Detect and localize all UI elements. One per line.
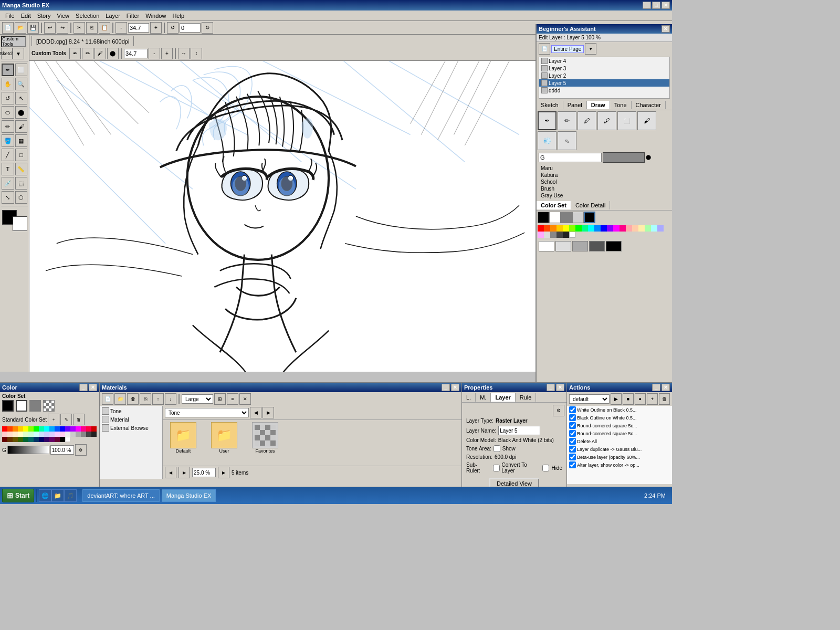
- action-check-7[interactable]: [569, 454, 576, 460]
- cg-sw43[interactable]: [34, 437, 39, 442]
- prop-tab-m[interactable]: M.: [476, 393, 491, 402]
- toolbar-copy[interactable]: ⎘: [86, 22, 98, 34]
- actions-close[interactable]: ✕: [662, 384, 670, 391]
- tool-select[interactable]: ↖: [15, 92, 28, 104]
- cg-sw13[interactable]: [65, 426, 70, 432]
- beginner-close[interactable]: ✕: [662, 25, 670, 33]
- materials-close[interactable]: ✕: [451, 384, 459, 391]
- cg-sw32[interactable]: [70, 432, 76, 437]
- menu-help[interactable]: Help: [169, 12, 187, 20]
- beginner-brush-input[interactable]: [539, 153, 602, 162]
- toolbar-new[interactable]: 📄: [2, 22, 14, 34]
- cg-sw21[interactable]: [13, 432, 18, 437]
- mat-back[interactable]: ◀: [250, 407, 261, 418]
- g-slider[interactable]: [7, 446, 49, 454]
- transparent-swatch[interactable]: [43, 400, 55, 412]
- toolbar-redo[interactable]: ↪: [57, 22, 68, 34]
- color-set-edit[interactable]: ✎: [60, 414, 72, 425]
- mat-nav-material[interactable]: Material: [101, 415, 161, 424]
- swatch-white[interactable]: [549, 212, 561, 223]
- tool-magic[interactable]: ⬤: [15, 106, 28, 119]
- cg-sw33[interactable]: [76, 432, 81, 437]
- brush-pen3[interactable]: 🖊: [578, 111, 596, 130]
- toolbar-zoom-out[interactable]: -: [116, 22, 127, 34]
- cg-sw3[interactable]: [13, 426, 18, 432]
- toolbar-zoom-in[interactable]: +: [150, 22, 162, 34]
- mat-zoom-input[interactable]: [192, 468, 216, 477]
- toolbar-rotate-left[interactable]: ↺: [167, 22, 178, 34]
- cg-sw14[interactable]: [70, 426, 76, 432]
- toolbar-rotate-right[interactable]: ↻: [202, 22, 213, 34]
- tool-fill[interactable]: 🪣: [2, 134, 14, 147]
- action-item-7[interactable]: Beta-use layer (opacity 60%...: [567, 453, 672, 461]
- beginner-eye3[interactable]: [541, 65, 548, 71]
- sw-yellow[interactable]: [556, 225, 563, 232]
- tool-brush[interactable]: 🖌: [15, 120, 28, 133]
- cg-sw22[interactable]: [18, 432, 23, 437]
- start-button[interactable]: ⊞ Start: [2, 489, 34, 502]
- sw-lightred[interactable]: [626, 225, 632, 232]
- tool-crop[interactable]: ⬚: [15, 177, 28, 190]
- cg-sw29[interactable]: [55, 432, 60, 437]
- brush-grayuse[interactable]: Gray Use: [539, 192, 670, 199]
- tool-ruler[interactable]: 📏: [15, 163, 28, 175]
- tool-pen[interactable]: ✒: [2, 64, 14, 76]
- canvas-flip-v[interactable]: ↕: [191, 48, 202, 59]
- quick-launch-explorer[interactable]: 📁: [51, 489, 64, 502]
- menu-window[interactable]: Window: [142, 12, 169, 20]
- cg-sw2[interactable]: [7, 426, 13, 432]
- mat-dropdown[interactable]: Tone: [165, 408, 249, 417]
- g-value-input[interactable]: [50, 445, 74, 455]
- cg-sw24[interactable]: [28, 432, 34, 437]
- menu-layer[interactable]: Layer: [102, 12, 123, 20]
- cg-sw8[interactable]: [39, 426, 44, 432]
- action-check-3[interactable]: [569, 422, 576, 429]
- cg-sw25[interactable]: [34, 432, 39, 437]
- canvas-zoom-in[interactable]: +: [161, 48, 173, 59]
- sw-purple[interactable]: [607, 225, 613, 232]
- mat-status-back[interactable]: ◀: [165, 467, 176, 478]
- mat-forward[interactable]: ▶: [262, 407, 274, 418]
- large-swatch-darkgray[interactable]: [589, 241, 605, 251]
- sw-darkgray[interactable]: [556, 232, 563, 238]
- sw-pure-white[interactable]: [569, 232, 575, 238]
- sw-blue[interactable]: [594, 225, 601, 232]
- action-item-5[interactable]: Delete All: [567, 437, 672, 445]
- action-item-3[interactable]: Round-cornered square 5c...: [567, 422, 672, 429]
- tool-lasso[interactable]: ⬭: [2, 106, 14, 119]
- tool-transform[interactable]: ⤡: [2, 191, 14, 204]
- action-item-8[interactable]: Alter layer, show color -> op...: [567, 461, 672, 469]
- properties-close[interactable]: ✕: [556, 384, 564, 391]
- brush-maru[interactable]: Maru: [539, 165, 670, 172]
- cg-sw45[interactable]: [44, 437, 49, 442]
- prop-show-checkbox[interactable]: [494, 445, 500, 452]
- action-check-1[interactable]: [569, 406, 576, 413]
- color-minimize[interactable]: _: [79, 384, 88, 391]
- action-item-1[interactable]: White Outline on Black 0.5...: [567, 406, 672, 414]
- quick-launch-ie[interactable]: 🌐: [39, 489, 51, 502]
- cg-sw9[interactable]: [44, 426, 49, 432]
- sw-silver[interactable]: [544, 232, 550, 238]
- sketch-dropdown[interactable]: ▼: [13, 48, 24, 59]
- menu-file[interactable]: File: [2, 12, 18, 20]
- menu-story[interactable]: Story: [34, 12, 54, 20]
- mat-btn6[interactable]: ↓: [165, 393, 176, 405]
- prop-settings-btn[interactable]: ⚙: [553, 405, 564, 416]
- brush-blur[interactable]: ⬁: [558, 131, 576, 150]
- tool-pen2[interactable]: ✏: [2, 120, 14, 133]
- window-controls[interactable]: _ □ ✕: [643, 2, 670, 9]
- sw-teal[interactable]: [582, 225, 588, 232]
- brush-marker[interactable]: 🖌: [637, 111, 656, 130]
- beginner-layer4[interactable]: Layer 4: [539, 57, 669, 65]
- menu-filter[interactable]: Filter: [123, 12, 142, 20]
- beginner-eye5[interactable]: [541, 80, 548, 86]
- color-set-add[interactable]: +: [48, 414, 59, 425]
- brush-eraser[interactable]: ⬜: [617, 111, 636, 130]
- sw-darkblue[interactable]: [601, 225, 607, 232]
- cg-sw23[interactable]: [23, 432, 28, 437]
- sw-medgray[interactable]: [550, 232, 556, 238]
- tab-panel[interactable]: Panel: [563, 101, 587, 109]
- bg-color-swatch[interactable]: [16, 400, 27, 412]
- prop-tab-l[interactable]: L.: [462, 393, 476, 402]
- prop-hide-checkbox[interactable]: [542, 465, 549, 471]
